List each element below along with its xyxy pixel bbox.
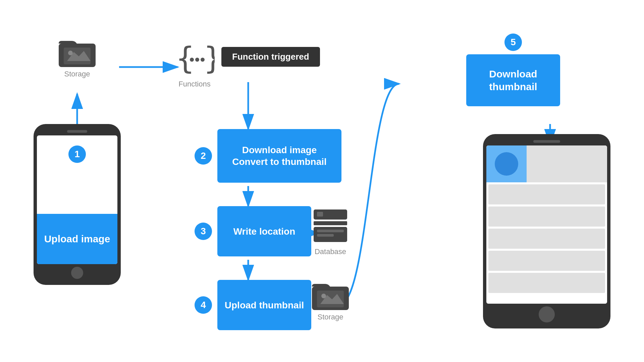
svg-rect-22 bbox=[317, 212, 323, 217]
rps-row-4 bbox=[488, 251, 605, 271]
step-5-badge: 5 bbox=[504, 34, 522, 51]
folder-svg-left bbox=[59, 37, 96, 67]
left-phone-home bbox=[71, 267, 83, 279]
folder-svg-right bbox=[312, 280, 349, 310]
step-5-button[interactable]: Download thumbnail bbox=[466, 54, 560, 106]
svg-rect-21 bbox=[317, 234, 334, 237]
step-3-container: 3 Write location bbox=[195, 206, 311, 256]
storage-icon-left: Storage bbox=[59, 37, 96, 78]
rps-row-2 bbox=[488, 206, 605, 227]
database-label: Database bbox=[315, 247, 346, 256]
right-phone-home bbox=[539, 306, 555, 322]
step-3-button[interactable]: Write location bbox=[217, 206, 311, 256]
svg-point-14 bbox=[195, 58, 199, 62]
step-2-container: 2 Download image Convert to thumbnail bbox=[195, 129, 341, 183]
svg-point-13 bbox=[190, 58, 194, 62]
rps-right-placeholder bbox=[527, 145, 607, 182]
left-phone-speaker bbox=[67, 130, 87, 133]
right-phone-screen bbox=[486, 145, 607, 304]
rps-row-1 bbox=[488, 184, 605, 204]
storage-label-right: Storage bbox=[317, 313, 343, 321]
rps-row-3 bbox=[488, 229, 605, 249]
right-phone bbox=[483, 134, 610, 328]
function-triggered-label: Function triggered bbox=[221, 47, 320, 67]
right-phone-mockup bbox=[486, 145, 607, 304]
diagram: 1 Upload image Storage { bbox=[0, 0, 644, 362]
rps-image-placeholder bbox=[486, 145, 527, 182]
rps-row-5 bbox=[488, 273, 605, 293]
rps-top-row bbox=[486, 145, 607, 182]
step-1-badge: 1 bbox=[68, 145, 86, 163]
step-4-container: 4 Upload thumbnail bbox=[195, 280, 311, 330]
svg-point-11 bbox=[68, 51, 73, 55]
step-1-button[interactable]: Upload image bbox=[37, 214, 117, 264]
left-phone: 1 Upload image bbox=[34, 124, 121, 285]
step-4-badge: 4 bbox=[195, 296, 212, 314]
database-svg bbox=[312, 208, 349, 245]
left-phone-screen: 1 Upload image bbox=[37, 135, 117, 264]
functions-svg: { } bbox=[174, 40, 215, 77]
functions-icon-container: { } Functions bbox=[174, 40, 215, 88]
svg-point-26 bbox=[321, 294, 326, 298]
rps-circle bbox=[495, 152, 518, 176]
right-phone-speaker bbox=[533, 140, 560, 143]
svg-rect-20 bbox=[317, 230, 344, 232]
storage-icon-right: Storage bbox=[312, 280, 349, 321]
database-icon-container: Database bbox=[312, 208, 349, 256]
svg-text:}: } bbox=[204, 41, 215, 76]
functions-label: Functions bbox=[178, 80, 210, 88]
storage-label-left: Storage bbox=[64, 70, 90, 78]
step-2-button[interactable]: Download image Convert to thumbnail bbox=[217, 129, 341, 183]
svg-rect-18 bbox=[314, 221, 347, 225]
step-4-button[interactable]: Upload thumbnail bbox=[217, 280, 311, 330]
step-5-container: 5 Download thumbnail bbox=[466, 34, 560, 106]
step-3-badge: 3 bbox=[195, 223, 212, 240]
step-2-badge: 2 bbox=[195, 147, 212, 165]
